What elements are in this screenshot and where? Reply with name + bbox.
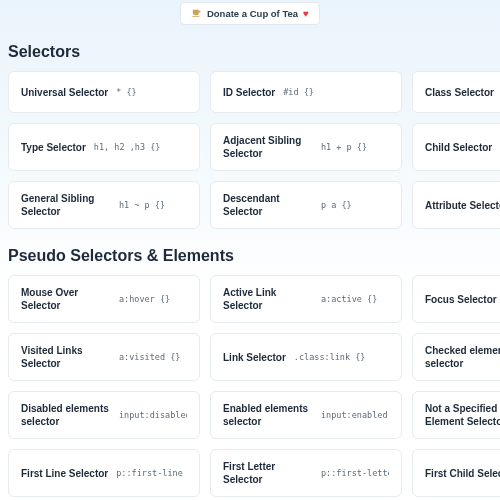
card-code: h1 ~ p {}: [119, 200, 165, 210]
donate-label: Donate a Cup of Tea: [207, 8, 298, 19]
card-not-specified-selector[interactable]: Not a Specified Element Selector: [412, 391, 500, 439]
card-descendant-selector[interactable]: Descendant Selectorp a {}: [210, 181, 402, 229]
card-code: input:disabled {}: [119, 410, 187, 420]
card-checked-elements-selector[interactable]: Checked elements selector: [412, 333, 500, 381]
card-visited-links-selector[interactable]: Visited Links Selectora:visited {}: [8, 333, 200, 381]
card-title: Active Link Selector: [223, 286, 313, 312]
card-title: Class Selector: [425, 86, 494, 99]
selectors-grid: Universal Selector* {} ID Selector#id {}…: [0, 71, 500, 229]
card-title: First Letter Selector: [223, 460, 313, 486]
card-first-letter-selector[interactable]: First Letter Selectorp::first-letter {}: [210, 449, 402, 497]
card-title: Not a Specified Element Selector: [425, 402, 500, 428]
card-type-selector[interactable]: Type Selectorh1, h2 ,h3 {}: [8, 123, 200, 171]
card-code: p::first-letter {}: [321, 468, 389, 478]
card-code: a:active {}: [321, 294, 377, 304]
card-code: h1 + p {}: [321, 142, 367, 152]
card-code: #id {}: [283, 87, 314, 97]
card-title: Mouse Over Selector: [21, 286, 111, 312]
card-code: h1, h2 ,h3 {}: [94, 142, 161, 152]
card-id-selector[interactable]: ID Selector#id {}: [210, 71, 402, 113]
cup-icon: [191, 7, 202, 20]
card-attribute-selector[interactable]: Attribute Selectordiv[attribute="Sc: [412, 181, 500, 229]
card-title: Focus Selector: [425, 293, 497, 306]
card-code: a:visited {}: [119, 352, 180, 362]
donate-bar: Donate a Cup of Tea ♥: [0, 0, 500, 25]
card-adjacent-sibling-selector[interactable]: Adjacent Sibling Selectorh1 + p {}: [210, 123, 402, 171]
card-title: Checked elements selector: [425, 344, 500, 370]
card-code: .class:link {}: [294, 352, 366, 362]
card-code: p::first-line {}: [116, 468, 187, 478]
card-code: a:hover {}: [119, 294, 170, 304]
card-general-sibling-selector[interactable]: General Sibling Selectorh1 ~ p {}: [8, 181, 200, 229]
card-title: Descendant Selector: [223, 192, 313, 218]
card-title: Enabled elements selector: [223, 402, 313, 428]
card-first-line-selector[interactable]: First Line Selectorp::first-line {}: [8, 449, 200, 497]
card-title: Attribute Selector: [425, 199, 500, 212]
card-focus-selector[interactable]: Focus Selector: [412, 275, 500, 323]
card-title: Adjacent Sibling Selector: [223, 134, 313, 160]
card-title: Disabled elements selector: [21, 402, 111, 428]
card-child-selector[interactable]: Child Selector: [412, 123, 500, 171]
card-code: p a {}: [321, 200, 352, 210]
donate-button[interactable]: Donate a Cup of Tea ♥: [180, 2, 320, 25]
card-link-selector[interactable]: Link Selector.class:link {}: [210, 333, 402, 381]
card-disabled-elements-selector[interactable]: Disabled elements selectorinput:disabled…: [8, 391, 200, 439]
card-mouse-over-selector[interactable]: Mouse Over Selectora:hover {}: [8, 275, 200, 323]
card-title: ID Selector: [223, 86, 275, 99]
card-title: Child Selector: [425, 141, 492, 154]
card-title: First Child Selecto: [425, 467, 500, 480]
card-title: General Sibling Selector: [21, 192, 111, 218]
card-code: * {}: [116, 87, 136, 97]
pseudo-grid: Mouse Over Selectora:hover {} Active Lin…: [0, 275, 500, 497]
card-title: Visited Links Selector: [21, 344, 111, 370]
heart-icon: ♥: [303, 8, 309, 19]
card-code: input:enabled {}: [321, 410, 389, 420]
card-title: First Line Selector: [21, 467, 108, 480]
card-universal-selector[interactable]: Universal Selector* {}: [8, 71, 200, 113]
card-enabled-elements-selector[interactable]: Enabled elements selectorinput:enabled {…: [210, 391, 402, 439]
card-title: Universal Selector: [21, 86, 108, 99]
card-class-selector[interactable]: Class Selector: [412, 71, 500, 113]
pseudo-heading: Pseudo Selectors & Elements: [8, 247, 500, 265]
card-first-child-selector[interactable]: First Child Selecto: [412, 449, 500, 497]
card-active-link-selector[interactable]: Active Link Selectora:active {}: [210, 275, 402, 323]
card-title: Link Selector: [223, 351, 286, 364]
card-title: Type Selector: [21, 141, 86, 154]
selectors-heading: Selectors: [8, 43, 500, 61]
